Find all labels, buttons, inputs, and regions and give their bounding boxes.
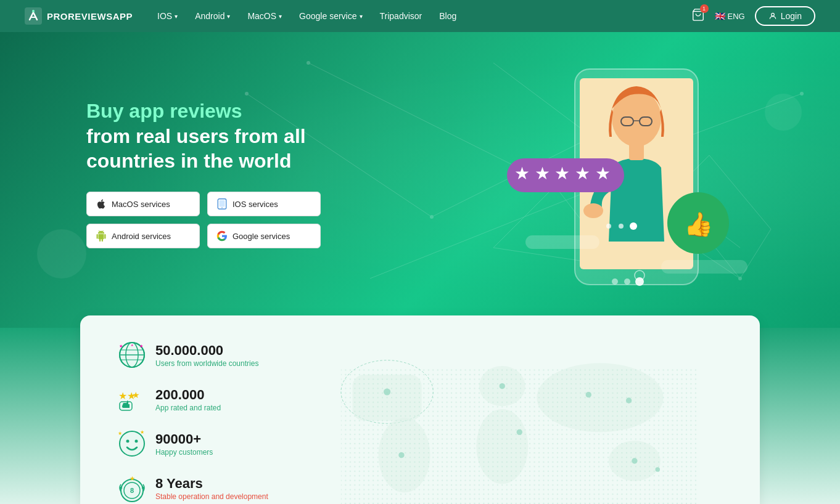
globe-icon: ★ ★ ★	[117, 340, 147, 370]
svg-point-1	[32, 10, 35, 12]
nav-item-macos[interactable]: MacOS ▾	[247, 11, 282, 21]
chevron-down-icon: ▾	[279, 13, 282, 20]
svg-text:8: 8	[130, 487, 134, 494]
decorative-circle-right	[765, 94, 802, 131]
svg-point-28	[583, 203, 603, 218]
svg-point-15	[307, 61, 310, 65]
svg-point-40	[606, 224, 611, 229]
svg-text:★ ★ ★ ★ ★: ★ ★ ★ ★ ★	[514, 164, 611, 183]
hero-headline-white: from real users from all countries in th…	[86, 124, 382, 173]
svg-point-57	[135, 440, 138, 443]
stats-wrapper: ★ ★ ★ 50.000.000 Users from worldwide co…	[0, 315, 840, 504]
svg-point-11	[245, 92, 249, 96]
nav-item-ios[interactable]: IOS ▾	[157, 11, 178, 21]
svg-point-3	[771, 13, 774, 16]
svg-point-42	[630, 222, 637, 230]
stats-section: ★ ★ ★ 50.000.000 Users from worldwide co…	[80, 315, 760, 504]
hero-section: Buy app reviews from real users from all…	[0, 32, 840, 328]
svg-rect-39	[661, 260, 747, 274]
svg-point-63	[120, 487, 122, 489]
language-selector[interactable]: 🇬🇧 ENG	[715, 11, 745, 21]
logo-icon	[25, 7, 42, 25]
svg-point-41	[619, 224, 624, 229]
svg-text:👍: 👍	[684, 210, 714, 238]
world-map	[293, 340, 723, 504]
stat-label-years: Stable operation and development	[155, 492, 268, 501]
svg-rect-29	[629, 143, 644, 160]
smiley-icon: ★ ★	[117, 429, 147, 458]
stat-years: 8 ★ 8 Years Stable operation and develop…	[117, 473, 268, 503]
stat-ratings: ★★ ★ 200.000 App rated and rated	[117, 384, 268, 414]
macos-services-button[interactable]: MacOS services	[86, 192, 200, 216]
svg-point-56	[126, 440, 130, 443]
logo[interactable]: PROREVIEWSAPP	[25, 7, 133, 25]
android-services-button[interactable]: Android services	[86, 224, 200, 248]
chevron-down-icon: ▾	[227, 13, 230, 20]
hero-service-buttons: MacOS services IOS services Android serv…	[86, 192, 321, 248]
svg-point-21	[221, 207, 223, 208]
svg-text:★: ★	[119, 344, 123, 348]
svg-text:★: ★	[132, 390, 140, 400]
nav-item-tripadvisor[interactable]: Tripadvisor	[380, 11, 422, 21]
chevron-down-icon: ▾	[360, 13, 363, 20]
svg-text:★: ★	[140, 429, 144, 435]
svg-rect-82	[341, 369, 698, 504]
nav-menu: IOS ▾ Android ▾ MacOS ▾ Google service ▾…	[157, 11, 691, 21]
stat-number-years: 8 Years	[155, 476, 268, 492]
svg-point-12	[430, 215, 434, 219]
ios-icon	[216, 198, 228, 209]
stat-number-users: 50.000.000	[155, 343, 258, 359]
stats-list: ★ ★ ★ 50.000.000 Users from worldwide co…	[117, 340, 268, 504]
decorative-circle-left	[37, 229, 86, 278]
login-button[interactable]: Login	[755, 6, 815, 26]
chevron-down-icon: ▾	[175, 13, 178, 20]
navbar-right: 1 🇬🇧 ENG Login	[691, 6, 815, 26]
stars-icon: ★★ ★	[117, 384, 147, 414]
stat-label-customers: Happy customers	[155, 448, 213, 457]
svg-point-35	[624, 278, 630, 285]
hero-headline-green: Buy app reviews	[86, 99, 382, 123]
android-icon	[96, 230, 107, 242]
svg-rect-38	[525, 235, 599, 249]
google-services-button[interactable]: Google services	[207, 224, 321, 248]
stat-customers: ★ ★ 90000+ Happy customers	[117, 429, 268, 458]
svg-point-36	[635, 277, 644, 286]
medal-icon: 8 ★	[117, 473, 147, 503]
svg-point-16	[800, 92, 804, 96]
navbar: PROREVIEWSAPP IOS ▾ Android ▾ MacOS ▾ Go…	[0, 0, 840, 32]
login-icon	[768, 12, 777, 20]
svg-point-64	[142, 487, 144, 489]
stat-worldwide-users: ★ ★ ★ 50.000.000 Users from worldwide co…	[117, 340, 268, 370]
apple-icon	[96, 198, 107, 209]
nav-item-android[interactable]: Android ▾	[195, 11, 230, 21]
svg-point-55	[120, 431, 144, 456]
svg-text:★: ★	[139, 344, 143, 348]
nav-item-blog[interactable]: Blog	[439, 11, 456, 21]
google-icon	[216, 230, 228, 242]
svg-text:★: ★	[130, 475, 135, 482]
svg-text:★: ★	[118, 431, 122, 436]
cart-badge: 1	[700, 4, 709, 13]
stat-number-customers: 90000+	[155, 431, 213, 447]
svg-point-34	[612, 278, 618, 285]
stat-label-ratings: App rated and rated	[155, 404, 221, 412]
stat-number-ratings: 200.000	[155, 387, 221, 403]
hero-illustration: ★ ★ ★ ★ ★ 👍	[495, 44, 766, 303]
ios-services-button[interactable]: IOS services	[207, 192, 321, 216]
world-map-svg	[293, 340, 723, 504]
cart-button[interactable]: 1	[691, 8, 705, 25]
hero-content: Buy app reviews from real users from all…	[86, 99, 382, 248]
logo-text: PROREVIEWSAPP	[47, 11, 133, 22]
stat-label-users: Users from worldwide countries	[155, 359, 258, 368]
nav-item-google[interactable]: Google service ▾	[299, 11, 362, 21]
svg-rect-20	[220, 200, 225, 207]
